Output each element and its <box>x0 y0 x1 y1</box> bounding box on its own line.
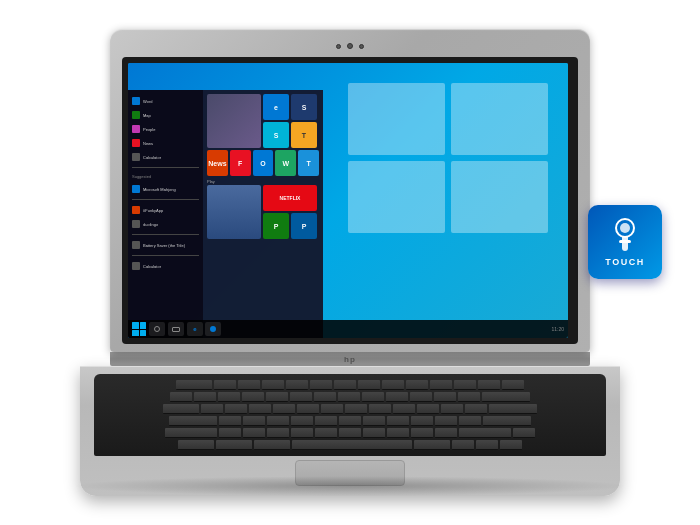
key-s <box>243 416 265 426</box>
key-d <box>267 416 289 426</box>
screen-lid: Word Map People <box>110 29 590 352</box>
tile-app: S <box>263 122 289 148</box>
windows-start-button <box>132 322 146 336</box>
key-bracket-close <box>465 404 487 414</box>
key-o <box>393 404 415 414</box>
laptop-screen: Word Map People <box>128 63 568 338</box>
camera-bar <box>122 41 578 51</box>
key-l <box>411 416 433 426</box>
key-row-numbers <box>102 392 598 402</box>
key-f4 <box>286 380 308 390</box>
key-quote <box>459 416 481 426</box>
tile-app: O <box>253 150 274 176</box>
key-x <box>243 428 265 438</box>
touch-badge-label: TOUCH <box>605 257 644 267</box>
key-semicolon <box>435 416 457 426</box>
camera-indicator-right <box>359 44 364 49</box>
key-7 <box>338 392 360 402</box>
key-8 <box>362 392 384 402</box>
key-arrow-up <box>513 428 535 438</box>
key-comma <box>387 428 409 438</box>
key-row-zxcv <box>102 428 598 438</box>
tile-app: P <box>291 213 317 239</box>
sidebar-item: Microsoft Mahjong <box>128 182 203 196</box>
key-row-function <box>102 380 598 390</box>
key-tab <box>163 404 199 414</box>
key-space <box>292 440 412 450</box>
tile-news: News <box>207 150 228 176</box>
key-row-qwerty <box>102 404 598 414</box>
touch-icon <box>607 217 643 255</box>
key-m <box>363 428 385 438</box>
key-2 <box>218 392 240 402</box>
key-1 <box>194 392 216 402</box>
sidebar-item: duolingo <box>128 217 203 231</box>
taskbar: e 11:20 <box>128 320 568 338</box>
sidebar-item: Battery Saver (the Title) <box>128 238 203 252</box>
tile-app: T <box>291 122 317 148</box>
key-5 <box>290 392 312 402</box>
key-r <box>273 404 295 414</box>
sidebar-item: News <box>128 136 203 150</box>
key-f12 <box>478 380 500 390</box>
key-b <box>315 428 337 438</box>
taskbar-ie: e <box>187 322 203 336</box>
key-shift-right <box>459 428 511 438</box>
key-u <box>345 404 367 414</box>
key-f5 <box>310 380 332 390</box>
taskbar-store <box>205 322 221 336</box>
laptop-shadow <box>70 476 630 496</box>
tile-app: e <box>263 94 289 120</box>
key-c <box>267 428 289 438</box>
key-4 <box>266 392 288 402</box>
taskbar-search <box>149 322 165 336</box>
key-3 <box>242 392 264 402</box>
key-i <box>369 404 391 414</box>
sidebar-item: Word <box>128 94 203 108</box>
keyboard-deck <box>94 374 606 456</box>
camera-indicator-left <box>336 44 341 49</box>
tile-app: W <box>275 150 296 176</box>
tile-game <box>207 185 261 239</box>
sidebar-item: Calculator <box>128 259 203 273</box>
key-backtick <box>170 392 192 402</box>
sidebar-item: Map <box>128 108 203 122</box>
key-w <box>225 404 247 414</box>
key-period <box>411 428 433 438</box>
key-backslash <box>489 404 537 414</box>
tile-app: P <box>263 213 289 239</box>
sidebar-item: People <box>128 122 203 136</box>
taskbar-time: 11:20 <box>551 326 564 332</box>
key-f10 <box>430 380 452 390</box>
key-p <box>417 404 439 414</box>
start-menu: Word Map People <box>128 90 323 338</box>
sidebar-suggested-label: Suggested <box>128 171 203 182</box>
key-z <box>219 428 241 438</box>
sidebar-item: #FunkyApp <box>128 203 203 217</box>
hp-logo-hinge: hp <box>338 354 362 364</box>
key-h <box>339 416 361 426</box>
key-t <box>297 404 319 414</box>
key-arrow-down <box>476 440 498 450</box>
key-n <box>339 428 361 438</box>
key-f2 <box>238 380 260 390</box>
key-f7 <box>358 380 380 390</box>
tile-photos <box>207 94 261 148</box>
key-win <box>216 440 252 450</box>
key-k <box>387 416 409 426</box>
product-image: Word Map People <box>0 0 700 525</box>
start-menu-tiles: e S S T <box>203 90 323 338</box>
svg-point-1 <box>620 223 630 233</box>
key-ctrl-left <box>178 440 214 450</box>
key-row-asdf <box>102 416 598 426</box>
key-0 <box>410 392 432 402</box>
key-arrow-right <box>500 440 522 450</box>
sidebar-item: Calculator <box>128 150 203 164</box>
screen-bezel: Word Map People <box>122 57 578 344</box>
key-f8 <box>382 380 404 390</box>
key-y <box>321 404 343 414</box>
tile-app: F <box>230 150 251 176</box>
tile-app: T <box>298 150 319 176</box>
touch-badge: TOUCH <box>588 205 662 279</box>
key-f11 <box>454 380 476 390</box>
